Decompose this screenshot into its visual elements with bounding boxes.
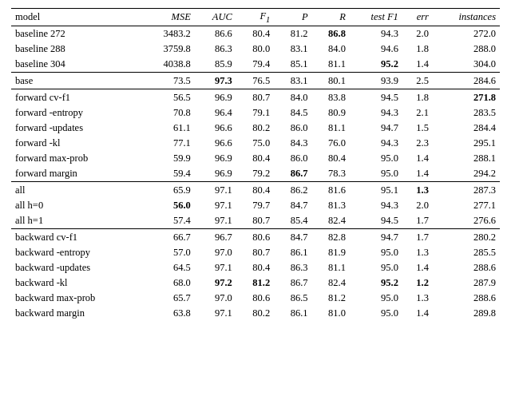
cell-model: forward -entropy	[11, 105, 142, 121]
cell-instances: 276.6	[433, 213, 500, 229]
cell-auc: 86.3	[195, 42, 236, 57]
cell-instances: 272.0	[433, 26, 500, 42]
cell-r: 82.8	[312, 228, 350, 245]
cell-testf1: 95.0	[350, 151, 402, 166]
cell-p: 81.2	[274, 26, 311, 42]
table-row: backward -updates64.597.180.486.381.195.…	[11, 260, 500, 275]
cell-err: 1.5	[402, 121, 433, 136]
table-row: all65.997.180.486.281.695.11.3287.3	[11, 181, 500, 198]
cell-auc: 97.2	[195, 275, 236, 291]
cell-r: 81.1	[312, 121, 350, 136]
cell-model: backward cv-f1	[11, 228, 142, 245]
table-row: backward margin63.897.180.286.181.095.01…	[11, 306, 500, 321]
cell-p: 84.5	[274, 105, 311, 121]
cell-p: 85.4	[274, 213, 311, 229]
col-p: P	[274, 9, 311, 26]
cell-mse: 57.0	[142, 245, 195, 260]
cell-mse: 56.0	[142, 198, 195, 213]
col-instances: instances	[433, 9, 500, 26]
cell-mse: 66.7	[142, 228, 195, 245]
col-testf1: test F1	[350, 9, 402, 26]
cell-auc: 96.4	[195, 105, 236, 121]
table-row: backward max-prob65.797.080.686.581.295.…	[11, 291, 500, 306]
cell-instances: 284.4	[433, 121, 500, 136]
cell-instances: 277.1	[433, 198, 500, 213]
cell-p: 86.3	[274, 260, 311, 275]
cell-mse: 61.1	[142, 121, 195, 136]
cell-auc: 97.1	[195, 260, 236, 275]
cell-instances: 285.5	[433, 245, 500, 260]
table-row: all h=157.497.180.785.482.494.51.7276.6	[11, 213, 500, 229]
cell-instances: 280.2	[433, 228, 500, 245]
cell-testf1: 94.3	[350, 198, 402, 213]
cell-auc: 97.1	[195, 306, 236, 321]
cell-auc: 96.9	[195, 166, 236, 182]
cell-auc: 96.9	[195, 151, 236, 166]
cell-mse: 73.5	[142, 72, 195, 89]
cell-instances: 288.1	[433, 151, 500, 166]
cell-f1: 80.2	[236, 306, 274, 321]
col-r: R	[312, 9, 350, 26]
cell-auc: 97.1	[195, 198, 236, 213]
table-row: forward max-prob59.996.980.486.080.495.0…	[11, 151, 500, 166]
cell-model: backward -kl	[11, 275, 142, 291]
cell-r: 80.9	[312, 105, 350, 121]
cell-instances: 289.8	[433, 306, 500, 321]
cell-f1: 79.1	[236, 105, 274, 121]
cell-auc: 97.1	[195, 181, 236, 198]
cell-err: 1.7	[402, 213, 433, 229]
cell-f1: 80.0	[236, 42, 274, 57]
cell-err: 1.8	[402, 42, 433, 57]
cell-mse: 77.1	[142, 136, 195, 151]
table-row: baseline 2883759.886.380.083.184.094.61.…	[11, 42, 500, 57]
cell-instances: 288.6	[433, 291, 500, 306]
cell-mse: 59.9	[142, 151, 195, 166]
cell-auc: 96.6	[195, 136, 236, 151]
cell-f1: 80.4	[236, 151, 274, 166]
cell-mse: 3483.2	[142, 26, 195, 42]
cell-mse: 64.5	[142, 260, 195, 275]
cell-model: forward max-prob	[11, 151, 142, 166]
cell-err: 1.4	[402, 57, 433, 73]
cell-model: backward -updates	[11, 260, 142, 275]
cell-model: baseline 304	[11, 57, 142, 73]
cell-testf1: 95.0	[350, 166, 402, 182]
cell-model: all h=0	[11, 198, 142, 213]
cell-err: 1.8	[402, 89, 433, 105]
cell-r: 81.1	[312, 260, 350, 275]
cell-f1: 80.6	[236, 291, 274, 306]
cell-r: 78.3	[312, 166, 350, 182]
cell-err: 2.5	[402, 72, 433, 89]
cell-testf1: 95.0	[350, 306, 402, 321]
cell-f1: 80.7	[236, 213, 274, 229]
cell-testf1: 94.7	[350, 121, 402, 136]
cell-model: all h=1	[11, 213, 142, 229]
cell-auc: 85.9	[195, 57, 236, 73]
cell-model: baseline 288	[11, 42, 142, 57]
cell-testf1: 95.0	[350, 245, 402, 260]
cell-mse: 63.8	[142, 306, 195, 321]
cell-err: 1.7	[402, 228, 433, 245]
col-f1: F1	[236, 9, 274, 26]
cell-testf1: 95.0	[350, 260, 402, 275]
cell-f1: 81.2	[236, 275, 274, 291]
table-row: base73.597.376.583.180.193.92.5284.6	[11, 72, 500, 89]
cell-r: 81.6	[312, 181, 350, 198]
cell-p: 83.1	[274, 42, 311, 57]
cell-testf1: 95.2	[350, 275, 402, 291]
cell-r: 81.2	[312, 291, 350, 306]
table-row: forward -updates61.196.680.286.081.194.7…	[11, 121, 500, 136]
cell-instances: 271.8	[433, 89, 500, 105]
cell-err: 1.4	[402, 151, 433, 166]
cell-testf1: 94.3	[350, 105, 402, 121]
cell-r: 82.4	[312, 275, 350, 291]
cell-instances: 284.6	[433, 72, 500, 89]
cell-p: 84.3	[274, 136, 311, 151]
cell-err: 1.3	[402, 181, 433, 198]
cell-model: forward -kl	[11, 136, 142, 151]
cell-f1: 80.6	[236, 228, 274, 245]
cell-r: 81.9	[312, 245, 350, 260]
cell-err: 1.4	[402, 260, 433, 275]
cell-f1: 80.7	[236, 89, 274, 105]
cell-p: 86.2	[274, 181, 311, 198]
